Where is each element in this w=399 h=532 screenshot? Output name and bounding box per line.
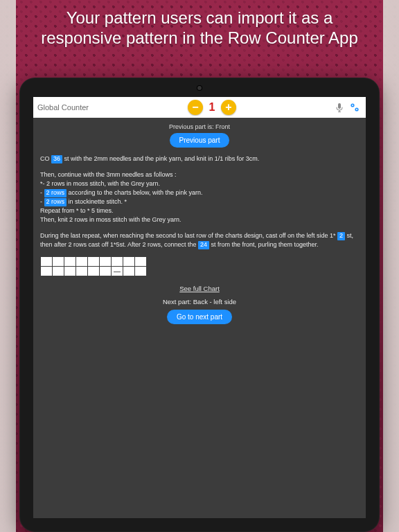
- text: Then, continue with the 3mm needles as f…: [40, 171, 177, 178]
- previous-part-label: Previous part is: Front: [40, 123, 359, 130]
- chart-cell: [135, 257, 147, 267]
- highlight-connect: 24: [198, 241, 209, 249]
- increment-button[interactable]: +: [221, 100, 236, 115]
- text: st with the 2mm needles and the pink yar…: [64, 155, 260, 162]
- toolbar-title: Global Counter: [37, 103, 89, 112]
- text: st from the front, purling them together…: [209, 241, 319, 248]
- previous-part-button[interactable]: Previous part: [170, 133, 230, 148]
- app-screen: Global Counter − 1 + Pr: [33, 97, 366, 518]
- text: according to the charts below, with the …: [66, 189, 203, 196]
- text: -: [40, 189, 44, 196]
- text: CO: [40, 155, 51, 162]
- chart-cell: [123, 257, 135, 267]
- text: Repeat from * to * 5 times.: [40, 207, 114, 214]
- chart-cell: [123, 267, 135, 276]
- highlight-cast-on: 36: [51, 155, 62, 163]
- chart-cell: [64, 267, 76, 276]
- chart-cell: [135, 267, 147, 276]
- microphone-icon[interactable]: [335, 103, 344, 112]
- marketing-headline: Your pattern users can import it as a re…: [0, 8, 399, 48]
- text: *- 2 rows in moss stitch, with the Grey …: [40, 180, 160, 187]
- chart-cell: —: [112, 267, 123, 276]
- pattern-content: Previous part is: Front Previous part CO…: [33, 118, 366, 518]
- chart-cell: [53, 267, 64, 276]
- highlight-rows-a: 2 rows: [44, 189, 67, 197]
- chart-cell: [100, 267, 112, 276]
- chart-cell: [41, 267, 53, 276]
- pattern-paragraph-2: Then, continue with the 3mm needles as f…: [40, 170, 359, 224]
- settings-icon[interactable]: [349, 102, 360, 113]
- chart-cell: [112, 257, 123, 267]
- see-full-chart-link[interactable]: See full Chart: [40, 285, 359, 292]
- tablet-camera: [197, 86, 202, 90]
- text: Then, knit 2 rows in moss stitch with th…: [40, 216, 181, 223]
- marketing-background: Your pattern users can import it as a re…: [0, 0, 399, 532]
- chart-cell: [76, 257, 88, 267]
- pattern-paragraph-1: CO 36 st with the 2mm needles and the pi…: [40, 154, 359, 163]
- toolbar: Global Counter − 1 +: [33, 97, 366, 118]
- next-part-label: Next part: Back - left side: [40, 298, 359, 305]
- chart-cell: [88, 267, 100, 276]
- chart-cell: [53, 257, 64, 267]
- chart-cell: [76, 267, 88, 276]
- svg-point-2: [352, 105, 353, 106]
- chart-cell: [100, 257, 112, 267]
- text: During the last repeat, when reaching th…: [40, 232, 337, 239]
- text: -: [40, 198, 44, 205]
- text: in stockinette stitch. *: [66, 198, 127, 205]
- decrement-button[interactable]: −: [188, 100, 203, 115]
- knitting-chart: —: [40, 256, 147, 276]
- highlight-castoff: 2: [337, 232, 345, 240]
- tablet-frame: Global Counter − 1 + Pr: [19, 78, 380, 532]
- chart-cell: [88, 257, 100, 267]
- chart-cell: [41, 257, 53, 267]
- svg-point-3: [356, 109, 357, 110]
- go-to-next-part-button[interactable]: Go to next part: [167, 310, 232, 324]
- counter-controls: − 1 +: [89, 100, 335, 115]
- pattern-paragraph-3: During the last repeat, when reaching th…: [40, 231, 359, 249]
- counter-value: 1: [207, 101, 217, 114]
- highlight-rows-b: 2 rows: [44, 198, 67, 206]
- chart-cell: [64, 257, 76, 267]
